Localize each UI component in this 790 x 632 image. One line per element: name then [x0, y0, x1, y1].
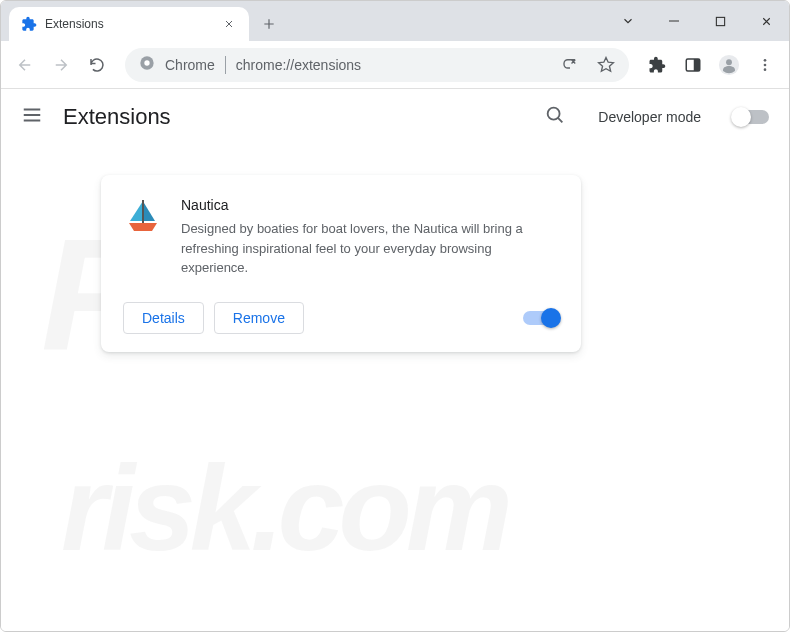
hamburger-icon[interactable] — [21, 104, 43, 130]
extension-card-header: Nautica Designed by boaties for boat lov… — [123, 197, 559, 278]
browser-tab[interactable]: Extensions — [9, 7, 249, 41]
address-divider — [225, 56, 226, 74]
maximize-button[interactable] — [697, 1, 743, 41]
chrome-logo-icon — [139, 55, 155, 75]
share-icon[interactable] — [561, 56, 579, 74]
extension-actions: Details Remove — [123, 302, 559, 334]
svg-rect-11 — [142, 200, 144, 223]
address-url: chrome://extensions — [236, 57, 551, 73]
forward-button[interactable] — [45, 49, 77, 81]
reload-button[interactable] — [81, 49, 113, 81]
extensions-icon[interactable] — [641, 49, 673, 81]
browser-toolbar: Chrome chrome://extensions — [1, 41, 789, 89]
extension-card: Nautica Designed by boaties for boat lov… — [101, 175, 581, 352]
watermark-text-2: risk.com — [61, 439, 507, 577]
extension-description: Designed by boaties for boat lovers, the… — [181, 219, 559, 278]
browser-window: Extensions — [0, 0, 790, 632]
details-button[interactable]: Details — [123, 302, 204, 334]
page-title: Extensions — [63, 104, 524, 130]
star-icon[interactable] — [597, 56, 615, 74]
svg-point-2 — [144, 60, 149, 65]
search-icon[interactable] — [544, 104, 566, 130]
close-icon[interactable] — [221, 16, 237, 32]
address-bar[interactable]: Chrome chrome://extensions — [125, 48, 629, 82]
page-content: PC risk.com Extensions Developer mode — [1, 89, 789, 631]
profile-icon[interactable] — [713, 49, 745, 81]
extensions-list: Nautica Designed by boaties for boat lov… — [1, 145, 789, 382]
extension-info: Nautica Designed by boaties for boat lov… — [181, 197, 559, 278]
titlebar: Extensions — [1, 1, 789, 41]
svg-rect-4 — [695, 59, 700, 71]
close-window-button[interactable] — [743, 1, 789, 41]
svg-point-9 — [764, 68, 767, 71]
menu-icon[interactable] — [749, 49, 781, 81]
sailboat-icon — [123, 197, 163, 237]
tab-title: Extensions — [45, 17, 213, 31]
back-button[interactable] — [9, 49, 41, 81]
new-tab-button[interactable] — [255, 10, 283, 38]
developer-mode-label: Developer mode — [598, 109, 701, 125]
side-panel-icon[interactable] — [677, 49, 709, 81]
svg-point-6 — [726, 59, 732, 65]
puzzle-piece-icon — [21, 16, 37, 32]
chevron-down-icon[interactable] — [605, 1, 651, 41]
address-scheme-label: Chrome — [165, 57, 215, 73]
extension-enable-toggle[interactable] — [523, 311, 559, 325]
extensions-header: Extensions Developer mode — [1, 89, 789, 145]
extension-name: Nautica — [181, 197, 559, 213]
svg-point-10 — [548, 108, 560, 120]
window-controls — [605, 1, 789, 41]
developer-mode-toggle[interactable] — [733, 110, 769, 124]
svg-point-7 — [764, 59, 767, 62]
remove-button[interactable]: Remove — [214, 302, 304, 334]
svg-point-8 — [764, 63, 767, 66]
minimize-button[interactable] — [651, 1, 697, 41]
svg-rect-0 — [716, 17, 724, 25]
